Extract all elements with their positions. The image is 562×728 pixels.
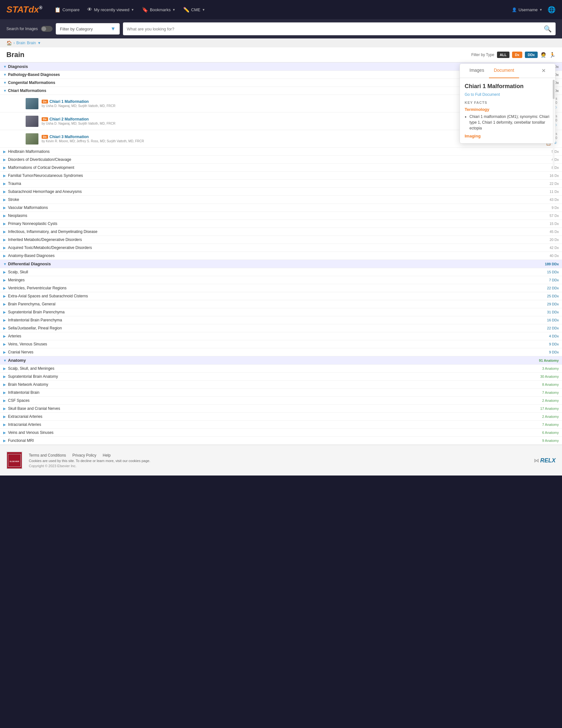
category-dropdown[interactable]: Filter by Category ▼	[56, 23, 120, 35]
filter-by-type: Filter by Type ALL Dx DDx 🧑‍⚕️ 🏃	[471, 52, 556, 58]
neoplasms-item[interactable]: Neoplasms 57 Dx	[0, 212, 562, 220]
panel-tab-document[interactable]: Document	[489, 64, 519, 78]
pathology-toggle-icon	[3, 73, 8, 77]
anatomy-section[interactable]: Anatomy 91 Anatomy	[0, 356, 562, 365]
brain-network-toggle	[3, 383, 8, 387]
globe-icon[interactable]: 🌐	[548, 6, 556, 13]
sella-toggle	[3, 326, 8, 330]
privacy-policy-link[interactable]: Privacy Policy	[72, 453, 96, 458]
trauma-count: 22 Dx	[550, 182, 559, 186]
hindbrain-item[interactable]: Hindbrain Malformations 5 Dx	[0, 148, 562, 156]
filter-dx-button[interactable]: Dx	[512, 52, 522, 58]
chevron-down-icon-3: ▼	[202, 8, 205, 12]
brain-parenchyma-ddx[interactable]: Brain Parenchyma, General 29 DDx	[0, 300, 562, 308]
panel-full-doc-link[interactable]: Go to Full Document	[465, 92, 550, 97]
meninges-toggle	[3, 278, 8, 282]
chiari2-info: Dx Chiari 2 Malformation by Usha D. Naga…	[42, 117, 520, 125]
cranial-nerves-ddx[interactable]: Cranial Nerves 9 DDx	[0, 348, 562, 356]
filter-ddx-button[interactable]: DDx	[525, 52, 538, 58]
familial-tumor-item[interactable]: Familial Tumor/Neurocutaneous Syndromes …	[0, 172, 562, 180]
sella-ddx-label: Sella/Juxtasellar, Pineal Region	[8, 326, 547, 330]
veins-sinuses-anat[interactable]: Veins and Venous Sinuses 6 Anatomy	[0, 429, 562, 437]
anatomy-based-item[interactable]: Anatomy-Based Diagnoses 40 Dx	[0, 252, 562, 260]
chiari2-dx-label: Dx	[42, 117, 48, 121]
logo[interactable]: STATdx®	[6, 4, 42, 15]
brain-parenchyma-ddx-label: Brain Parenchyma, General	[8, 302, 547, 306]
skull-base-anat[interactable]: Skull Base and Cranial Nerves 17 Anatomy	[0, 405, 562, 413]
primary-label: Primary Nonneoplastic Cysts	[8, 221, 550, 226]
intracranial-anat[interactable]: Intracranial Arteries 7 Anatomy	[0, 421, 562, 429]
vascular-label: Vascular Malformations	[8, 205, 551, 210]
infratentorial-ddx-label: Infratentorial Brain Parenchyma	[8, 318, 547, 322]
subarachnoid-item[interactable]: Subarachnoid Hemorrhage and Aneurysms 11…	[0, 188, 562, 196]
trauma-item[interactable]: Trauma 22 Dx	[0, 180, 562, 188]
scalp-skull-ddx-label: Scalp, Skull	[8, 270, 547, 274]
panel-close-button[interactable]: ✕	[537, 64, 550, 78]
differential-label: Differential Diagnosis	[8, 261, 545, 266]
nav-bookmarks[interactable]: 🔖 Bookmarks ▼	[139, 5, 178, 14]
nav-compare[interactable]: 📋 Compare	[52, 5, 82, 14]
meninges-ddx[interactable]: Meninges 7 DDx	[0, 276, 562, 284]
scalp-skull-ddx[interactable]: Scalp, Skull 15 DDx	[0, 268, 562, 276]
nav-recently-viewed[interactable]: 👁 My recently viewed ▼	[85, 5, 136, 14]
inherited-item[interactable]: Inherited Metabolic/Degenerative Disorde…	[0, 236, 562, 244]
supratentorial-anat[interactable]: Supratentorial Brain Anatomy 30 Anatomy	[0, 373, 562, 381]
header: STATdx® 📋 Compare 👁 My recently viewed ▼…	[0, 0, 562, 19]
csf-spaces-label: CSF Spaces	[8, 398, 542, 403]
infratentorial-ddx[interactable]: Infratentorial Brain Parenchyma 16 DDx	[0, 316, 562, 324]
infratentorial-anat[interactable]: Infratentorial Brain 7 Anatomy	[0, 389, 562, 397]
filter-all-button[interactable]: ALL	[497, 52, 509, 58]
extracranial-toggle	[3, 415, 8, 419]
anatomy-filter-icon[interactable]: 🧑‍⚕️	[540, 52, 547, 58]
vascular-item[interactable]: Vascular Malformations 9 Dx	[0, 204, 562, 212]
user-menu[interactable]: 👤 Username ▼	[509, 6, 545, 14]
primary-nonneo-item[interactable]: Primary Nonneoplastic Cysts 15 Dx	[0, 220, 562, 228]
search-input-wrapper: 🔍	[123, 22, 556, 35]
malformations-cortical-item[interactable]: Malformations of Cortical Development 8 …	[0, 164, 562, 172]
arteries-ddx[interactable]: Arteries 4 DDx	[0, 332, 562, 340]
csf-spaces-anat[interactable]: CSF Spaces 2 Anatomy	[0, 397, 562, 405]
veins-ddx[interactable]: Veins, Venous Sinuses 9 DDx	[0, 340, 562, 348]
functional-mri-anat[interactable]: Functional MRI 9 Anatomy	[0, 437, 562, 445]
supratentorial-ddx-toggle	[3, 310, 8, 314]
cme-icon: ✏️	[183, 7, 190, 13]
panel-tab-images[interactable]: Images	[465, 64, 489, 78]
intracranial-count: 7 Anatomy	[542, 423, 559, 426]
extracranial-count: 2 Anatomy	[542, 415, 559, 418]
panel-scrollbar[interactable]	[553, 80, 555, 170]
stroke-item[interactable]: Stroke 43 Dx	[0, 196, 562, 204]
logo-text: STATdx	[6, 4, 39, 14]
veins-sinuses-count: 6 Anatomy	[542, 431, 559, 434]
veins-sinuses-label: Veins and Venous Sinuses	[8, 430, 542, 435]
infectious-item[interactable]: Infectious, Inflammatory, and Demyelinat…	[0, 228, 562, 236]
breadcrumb-expand-icon[interactable]: ▼	[37, 41, 41, 45]
scalp-skull-meninges-anat[interactable]: Scalp, Skull, and Meninges 3 Anatomy	[0, 365, 562, 373]
search-images-toggle[interactable]	[41, 26, 53, 32]
supratentorial-ddx[interactable]: Supratentorial Brain Parenchyma 31 DDx	[0, 308, 562, 316]
breadcrumb-brain[interactable]: Brain	[16, 41, 25, 45]
home-icon[interactable]: 🏠	[6, 40, 12, 45]
help-link[interactable]: Help	[103, 453, 111, 458]
supratentorial-ddx-count: 31 DDx	[547, 310, 559, 314]
subarachnoid-count: 11 Dx	[550, 190, 559, 194]
terms-conditions-link[interactable]: Terms and Conditions	[29, 453, 66, 458]
terminology-content: Chiari 1 malformation (CM1); synonyms: C…	[465, 114, 550, 131]
search-input[interactable]	[127, 27, 544, 31]
brain-network-anat[interactable]: Brain Network Anatomy 8 Anatomy	[0, 381, 562, 389]
sella-ddx[interactable]: Sella/Juxtasellar, Pineal Region 22 DDx	[0, 324, 562, 332]
functional-filter-icon[interactable]: 🏃	[549, 52, 556, 58]
nav-cme[interactable]: ✏️ CME ▼	[181, 5, 208, 14]
scalp-skull-ddx-count: 15 DDx	[547, 270, 559, 274]
acquired-toggle-icon	[3, 246, 8, 250]
search-button[interactable]: 🔍	[544, 25, 552, 33]
user-name: Username	[518, 7, 538, 12]
disorders-div-item[interactable]: Disorders of Diverticulation/Cleavage 4 …	[0, 156, 562, 164]
extracranial-label: Extracranial Arteries	[8, 414, 542, 419]
differential-section[interactable]: Differential Diagnosis 189 DDx	[0, 260, 562, 268]
vascular-count: 9 Dx	[551, 206, 559, 210]
ventricles-toggle	[3, 286, 8, 290]
extracranial-anat[interactable]: Extracranial Arteries 2 Anatomy	[0, 413, 562, 421]
extra-axial-ddx[interactable]: Extra-Axial Spaces and Subarachnoid Cist…	[0, 292, 562, 300]
ventricles-ddx[interactable]: Ventricles, Periventricular Regions 22 D…	[0, 284, 562, 292]
acquired-item[interactable]: Acquired Toxic/Metabolic/Degenerative Di…	[0, 244, 562, 252]
